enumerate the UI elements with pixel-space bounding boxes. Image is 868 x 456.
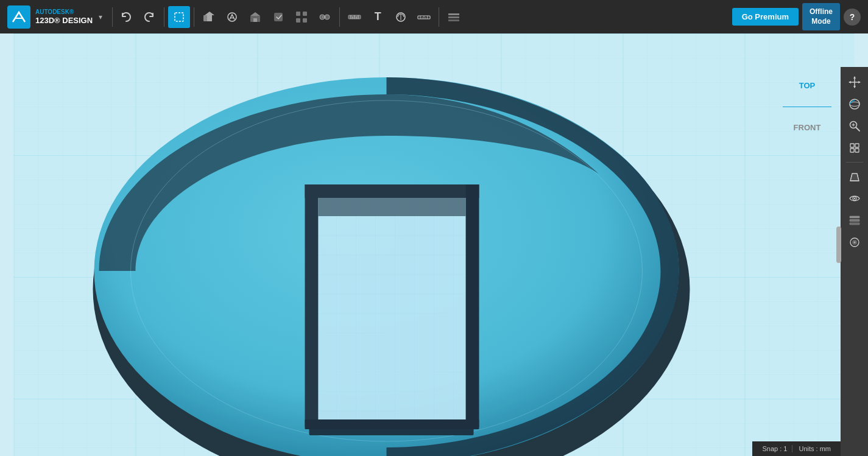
measure-button[interactable] xyxy=(344,6,365,28)
svg-rect-2 xyxy=(177,15,182,19)
view-front-label[interactable]: FRONT xyxy=(794,123,821,132)
scroll-handle[interactable] xyxy=(836,226,841,263)
viewport[interactable]: TOP FRONT xyxy=(0,33,868,456)
orbit-button[interactable] xyxy=(844,94,865,114)
toolbar-sep-4 xyxy=(339,7,340,27)
toolbar-main: T xyxy=(115,6,732,28)
svg-rect-9 xyxy=(274,13,283,21)
redo-button[interactable] xyxy=(138,6,160,28)
logo-area: AUTODESK® 123D® DESIGN ▾ xyxy=(0,5,110,29)
svg-rect-30 xyxy=(448,13,459,15)
svg-rect-10 xyxy=(296,12,300,16)
svg-rect-31 xyxy=(448,16,459,18)
toolbar-sep-1 xyxy=(112,7,113,27)
svg-rect-8 xyxy=(253,18,257,22)
snap-bar: Snap : 1 Units : mm xyxy=(752,441,841,456)
construct-button[interactable] xyxy=(244,6,266,28)
pattern-button[interactable] xyxy=(291,6,312,28)
zoom-button[interactable] xyxy=(844,116,865,136)
logo-icon xyxy=(7,5,30,29)
svg-rect-81 xyxy=(850,144,854,147)
svg-rect-82 xyxy=(855,144,859,147)
svg-rect-93 xyxy=(850,223,859,225)
text-button[interactable]: T xyxy=(367,6,389,28)
help-button[interactable]: ? xyxy=(844,9,861,26)
scene-svg xyxy=(0,33,868,456)
ruler-button[interactable] xyxy=(413,6,435,28)
svg-rect-12 xyxy=(296,18,300,23)
svg-rect-66 xyxy=(305,419,479,429)
svg-rect-68 xyxy=(319,198,466,216)
topbar: AUTODESK® 123D® DESIGN ▾ xyxy=(0,0,868,33)
svg-marker-73 xyxy=(849,81,851,83)
dropdown-arrow-icon[interactable]: ▾ xyxy=(99,13,102,21)
svg-point-90 xyxy=(853,198,855,199)
logo-text: AUTODESK® 123D® DESIGN xyxy=(35,8,93,26)
fit-button[interactable] xyxy=(844,138,865,158)
view-cube-area: TOP FRONT xyxy=(777,76,838,137)
go-premium-button[interactable]: Go Premium xyxy=(732,8,799,26)
svg-rect-91 xyxy=(850,216,859,218)
eye-button[interactable] xyxy=(844,188,865,209)
toolbar-sep-3 xyxy=(194,7,194,27)
primitives-button[interactable] xyxy=(198,6,220,28)
right-panel xyxy=(841,67,868,456)
svg-rect-65 xyxy=(466,184,479,427)
svg-rect-32 xyxy=(448,19,459,21)
svg-rect-84 xyxy=(855,149,859,152)
svg-point-96 xyxy=(853,242,855,244)
svg-marker-71 xyxy=(853,76,856,79)
undo-button[interactable] xyxy=(115,6,137,28)
snap-value[interactable]: Snap : 1 xyxy=(757,445,792,452)
svg-marker-74 xyxy=(858,81,861,83)
modify-button[interactable] xyxy=(267,6,289,28)
svg-rect-11 xyxy=(303,12,307,16)
toolbar-sep-5 xyxy=(439,7,439,27)
sketch-button[interactable] xyxy=(221,6,243,28)
svg-rect-63 xyxy=(305,184,479,198)
svg-line-78 xyxy=(856,128,859,132)
right-buttons: Go Premium Offline Mode ? xyxy=(732,3,868,30)
group-button[interactable] xyxy=(314,6,336,28)
layers-button[interactable] xyxy=(443,6,465,28)
svg-rect-92 xyxy=(850,220,859,222)
perspective-button[interactable] xyxy=(844,166,865,187)
select-button[interactable] xyxy=(168,6,190,28)
rp-divider-1 xyxy=(846,162,863,163)
units-value[interactable]: Units : mm xyxy=(794,445,836,452)
view-cube: TOP FRONT xyxy=(777,76,838,137)
material-button[interactable] xyxy=(844,232,865,253)
svg-marker-72 xyxy=(853,86,856,88)
pan-button[interactable] xyxy=(844,72,865,93)
offline-mode-button[interactable]: Offline Mode xyxy=(802,3,840,30)
svg-rect-83 xyxy=(850,149,854,152)
svg-rect-64 xyxy=(305,184,319,427)
display-layers-button[interactable] xyxy=(844,210,865,231)
view-top-label[interactable]: TOP xyxy=(799,81,816,90)
svg-marker-7 xyxy=(250,12,260,16)
view-cube-divider xyxy=(783,107,831,107)
snap-button[interactable] xyxy=(390,6,412,28)
svg-rect-13 xyxy=(303,18,307,23)
svg-rect-67 xyxy=(319,198,466,419)
toolbar-sep-2 xyxy=(164,7,164,27)
